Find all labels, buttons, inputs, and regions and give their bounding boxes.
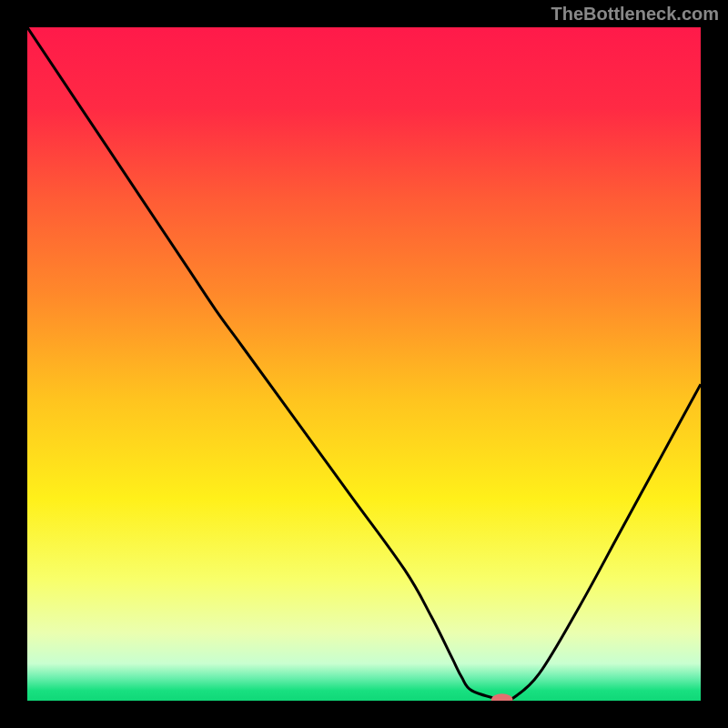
watermark-text: TheBottleneck.com bbox=[551, 4, 719, 25]
chart-svg bbox=[27, 27, 701, 701]
plot-area bbox=[27, 27, 701, 701]
chart-container: TheBottleneck.com bbox=[0, 0, 728, 728]
gradient-background bbox=[27, 27, 701, 701]
